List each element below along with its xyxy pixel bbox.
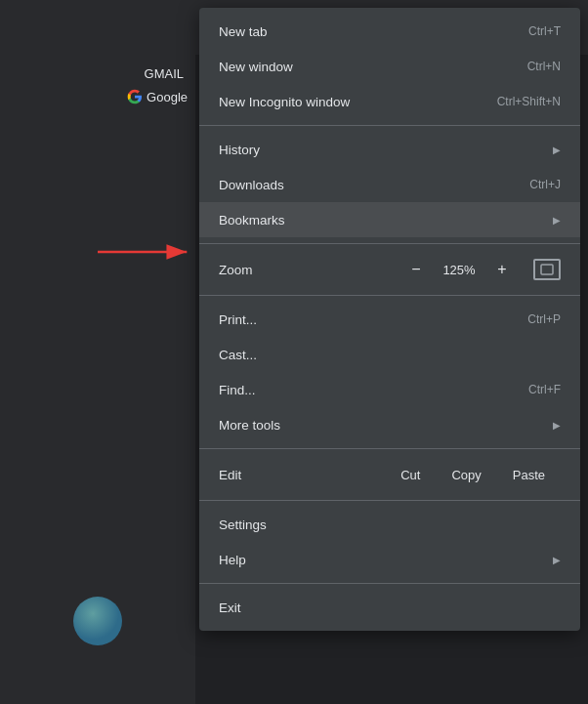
paste-button[interactable]: Paste <box>497 462 561 488</box>
zoom-plus-button[interactable]: + <box>490 258 514 281</box>
menu-item-bookmarks[interactable]: Bookmarks ▶ <box>199 202 580 237</box>
menu-item-exit[interactable]: Exit <box>199 590 580 625</box>
divider-3 <box>199 295 580 296</box>
menu-item-print[interactable]: Print... Ctrl+P <box>199 302 580 337</box>
menu-item-more-tools[interactable]: More tools ▶ <box>199 407 580 442</box>
menu-item-downloads[interactable]: Downloads Ctrl+J <box>199 167 580 202</box>
menu-item-cast[interactable]: Cast... <box>199 337 580 372</box>
menu-item-new-window[interactable]: New window Ctrl+N <box>199 49 580 84</box>
menu-item-settings[interactable]: Settings <box>199 507 580 542</box>
gmail-label: GMAIL <box>145 66 184 81</box>
menu-item-help[interactable]: Help ▶ <box>199 542 580 577</box>
zoom-controls: − 125% + <box>404 258 561 281</box>
zoom-minus-button[interactable]: − <box>404 258 428 281</box>
fullscreen-button[interactable] <box>533 259 561 280</box>
menu-item-new-tab[interactable]: New tab Ctrl+T <box>199 14 580 49</box>
google-label: Google <box>147 90 188 104</box>
menu-item-history[interactable]: History ▶ <box>199 132 580 167</box>
chrome-menu: New tab Ctrl+T New window Ctrl+N New Inc… <box>199 8 580 631</box>
annotation-arrow <box>98 242 195 262</box>
svg-rect-3 <box>541 265 553 274</box>
divider-1 <box>199 125 580 126</box>
zoom-row: Zoom − 125% + <box>199 250 580 289</box>
edit-row: Edit Cut Copy Paste <box>199 455 580 494</box>
page-background: GMAIL Google <box>0 55 195 704</box>
avatar <box>73 597 122 645</box>
google-tab: Google <box>127 89 188 104</box>
divider-2 <box>199 243 580 244</box>
divider-5 <box>199 500 580 501</box>
menu-item-new-incognito[interactable]: New Incognito window Ctrl+Shift+N <box>199 84 580 119</box>
menu-item-find[interactable]: Find... Ctrl+F <box>199 372 580 407</box>
divider-4 <box>199 448 580 449</box>
divider-6 <box>199 583 580 584</box>
cut-button[interactable]: Cut <box>385 462 436 488</box>
copy-button[interactable]: Copy <box>436 462 496 488</box>
edit-buttons: Cut Copy Paste <box>385 462 561 488</box>
